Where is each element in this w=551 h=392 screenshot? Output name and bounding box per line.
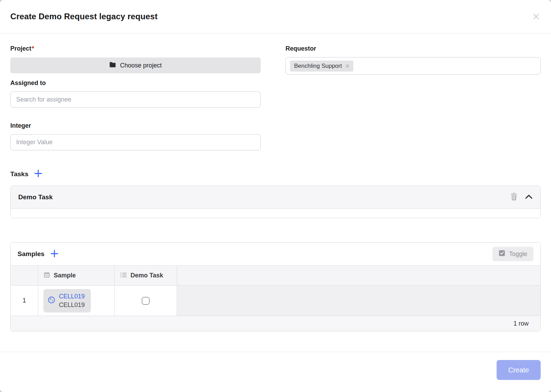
plus-icon bbox=[50, 250, 59, 259]
empty-header-cell bbox=[177, 266, 540, 285]
add-sample-button[interactable] bbox=[50, 250, 59, 259]
samples-card: Samples Toggle bbox=[10, 242, 541, 331]
integer-input[interactable] bbox=[10, 134, 261, 150]
table-grid-icon bbox=[43, 272, 50, 280]
sample-chip[interactable]: CELL019 CELL019 bbox=[43, 289, 91, 312]
delete-task-button[interactable] bbox=[510, 192, 518, 202]
modal-title: Create Demo Request legacy request bbox=[10, 12, 158, 21]
create-request-modal: Create Demo Request legacy request Proje… bbox=[0, 0, 551, 392]
checkbox-checked-icon bbox=[499, 250, 505, 258]
create-button[interactable]: Create bbox=[497, 360, 541, 380]
tasks-title: Tasks bbox=[10, 170, 28, 178]
demo-task-cell bbox=[115, 286, 177, 316]
tasks-section-header: Tasks bbox=[10, 169, 42, 179]
choose-project-label: Choose project bbox=[120, 62, 162, 69]
row-number-cell: 1 bbox=[11, 286, 38, 316]
table-row: 1 CELL019 CELL019 bbox=[11, 286, 540, 316]
trash-icon bbox=[510, 192, 518, 202]
demo-task-column-header[interactable]: Demo Task bbox=[115, 266, 177, 285]
sample-column-label: Sample bbox=[54, 272, 76, 279]
list-icon bbox=[120, 272, 127, 280]
plus-icon bbox=[34, 169, 42, 179]
requestor-tag: Benchling Support bbox=[290, 61, 353, 72]
sample-sublabel: CELL019 bbox=[59, 301, 85, 309]
sample-cell[interactable]: CELL019 CELL019 bbox=[38, 286, 115, 316]
required-asterisk: * bbox=[32, 45, 34, 52]
assignee-search-input[interactable] bbox=[10, 92, 261, 108]
modal-footer: Create bbox=[0, 352, 551, 392]
chevron-up-icon bbox=[525, 194, 533, 200]
samples-header: Samples Toggle bbox=[11, 243, 540, 266]
add-task-button[interactable] bbox=[34, 169, 42, 179]
modal-header: Create Demo Request legacy request bbox=[0, 0, 551, 33]
requestor-tag-label: Benchling Support bbox=[294, 63, 342, 70]
collapse-task-button[interactable] bbox=[525, 194, 533, 200]
requestor-label: Requestor bbox=[285, 45, 316, 52]
requestor-input[interactable]: Benchling Support bbox=[285, 57, 541, 75]
folder-icon bbox=[109, 62, 116, 70]
integer-label: Integer bbox=[10, 122, 31, 129]
toggle-button[interactable]: Toggle bbox=[492, 247, 533, 261]
toggle-label: Toggle bbox=[509, 251, 527, 258]
task-panel-header[interactable]: Demo Task bbox=[11, 186, 540, 209]
close-icon bbox=[531, 11, 541, 23]
task-name: Demo Task bbox=[18, 193, 53, 201]
assigned-to-label: Assigned to bbox=[10, 80, 46, 87]
cell-entity-icon bbox=[48, 296, 55, 305]
sample-column-header[interactable]: Sample bbox=[38, 266, 115, 285]
samples-title: Samples bbox=[18, 250, 44, 258]
task-panel-body bbox=[11, 209, 540, 218]
row-index: 1 bbox=[22, 297, 26, 304]
samples-table-footer: 1 row bbox=[11, 316, 540, 331]
project-label: Project* bbox=[10, 45, 34, 52]
samples-table-header: Sample Demo Task bbox=[11, 266, 540, 286]
choose-project-button[interactable]: Choose project bbox=[10, 57, 261, 73]
sample-link[interactable]: CELL019 bbox=[59, 292, 85, 301]
remove-tag-icon[interactable] bbox=[345, 64, 350, 68]
demo-task-checkbox[interactable] bbox=[142, 297, 149, 305]
task-panel: Demo Task bbox=[10, 186, 541, 218]
demo-task-column-label: Demo Task bbox=[131, 272, 163, 279]
row-number-header-cell bbox=[11, 266, 38, 285]
project-label-text: Project bbox=[10, 45, 31, 52]
row-count: 1 row bbox=[513, 320, 529, 327]
close-button[interactable] bbox=[530, 10, 543, 23]
empty-cell bbox=[177, 286, 540, 316]
